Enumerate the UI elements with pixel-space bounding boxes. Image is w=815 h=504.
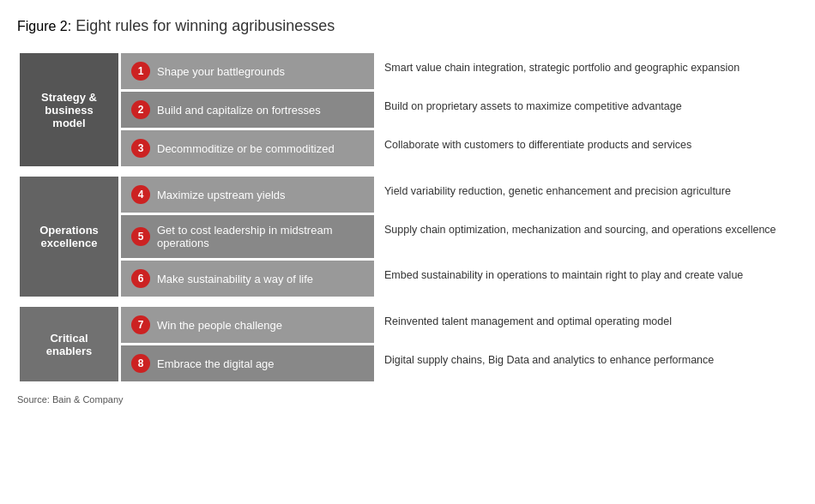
category-cell-strategy: Strategy & business model bbox=[20, 53, 118, 166]
rule-name-box-5: 5Get to cost leadership in midstream ope… bbox=[121, 215, 374, 258]
rule-number-5: 5 bbox=[131, 227, 150, 246]
rule-desc-4: Yield variability reduction, genetic enh… bbox=[374, 177, 740, 213]
rule-desc-6: Embed sustainability in operations to ma… bbox=[374, 261, 752, 297]
rule-title-5: Get to cost leadership in midstream oper… bbox=[157, 224, 364, 249]
rule-name-box-8: 8Embrace the digital age bbox=[121, 345, 374, 381]
rule-title-3: Decommoditize or be commoditized bbox=[157, 142, 335, 155]
rule-number-7: 7 bbox=[131, 315, 150, 334]
category-cell-operations: Operations excellence bbox=[20, 177, 118, 297]
rule-name-box-1: 1Shape your battlegrounds bbox=[121, 53, 374, 89]
rule-number-3: 3 bbox=[131, 139, 150, 158]
figure-label: Figure 2: bbox=[17, 19, 71, 33]
source-text: Source: Bain & Company bbox=[17, 394, 798, 405]
main-table: Strategy & business model1Shape your bat… bbox=[17, 51, 798, 384]
rule-title-1: Shape your battlegrounds bbox=[157, 65, 285, 78]
rule-desc-8: Digital supply chains, Big Data and anal… bbox=[374, 345, 722, 381]
figure-title: Figure 2: Eight rules for winning agribu… bbox=[17, 17, 798, 35]
figure-subtitle: Eight rules for winning agribusinesses bbox=[71, 17, 335, 34]
rule-desc-7: Reinvented talent management and optimal… bbox=[374, 307, 680, 343]
rule-title-2: Build and capitalize on fortresses bbox=[157, 104, 321, 117]
rule-number-1: 1 bbox=[131, 62, 150, 81]
category-cell-critical: Critical enablers bbox=[20, 307, 118, 381]
rule-name-box-4: 4Maximize upstream yields bbox=[121, 177, 374, 213]
rule-desc-2: Build on proprietary assets to maximize … bbox=[374, 92, 691, 128]
rule-name-box-2: 2Build and capitalize on fortresses bbox=[121, 92, 374, 128]
rule-name-box-6: 6Make sustainability a way of life bbox=[121, 261, 374, 297]
rule-title-4: Maximize upstream yields bbox=[157, 189, 286, 201]
rule-number-8: 8 bbox=[131, 354, 150, 373]
rule-title-6: Make sustainability a way of life bbox=[157, 273, 313, 285]
rule-title-7: Win the people challenge bbox=[157, 319, 282, 332]
rule-number-4: 4 bbox=[131, 185, 150, 204]
rule-number-6: 6 bbox=[131, 269, 150, 288]
rule-desc-3: Collaborate with customers to differenti… bbox=[374, 130, 700, 166]
rule-title-8: Embrace the digital age bbox=[157, 357, 275, 370]
rule-name-box-3: 3Decommoditize or be commoditized bbox=[121, 130, 374, 166]
rule-number-2: 2 bbox=[131, 100, 150, 119]
rule-desc-5: Supply chain optimization, mechanization… bbox=[374, 215, 785, 258]
rule-desc-1: Smart value chain integration, strategic… bbox=[374, 53, 748, 89]
rule-name-box-7: 7Win the people challenge bbox=[121, 307, 374, 343]
